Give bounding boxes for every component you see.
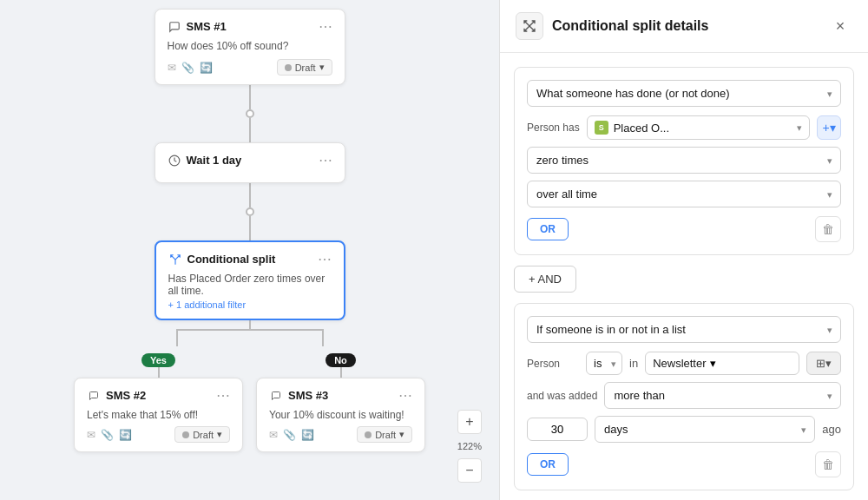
block2-number-row: days ago xyxy=(527,416,841,443)
more-than-select-wrapper[interactable]: more than xyxy=(604,382,841,409)
no-badge: No xyxy=(326,353,356,367)
panel-title: Conditional split details xyxy=(552,18,708,34)
block2-or-delete-row: OR 🗑 xyxy=(527,451,841,477)
sms2-draft-badge[interactable]: Draft ▾ xyxy=(174,426,230,443)
yes-badge: Yes xyxy=(141,353,175,367)
panel-icon xyxy=(516,12,543,40)
block1-or-delete-row: OR 🗑 xyxy=(527,216,841,242)
conditional-menu[interactable]: ⋯ xyxy=(318,251,332,267)
person-has-label: Person has xyxy=(527,122,580,134)
sms1-title: SMS #1 xyxy=(187,20,227,33)
sms2-content: Let's make that 15% off! xyxy=(87,409,230,421)
funnel-icon: ⊞▾ xyxy=(816,357,832,370)
connector-4 xyxy=(249,216,251,240)
add-filter-button[interactable]: +▾ xyxy=(817,115,841,140)
connector-3 xyxy=(249,183,251,207)
close-button[interactable]: × xyxy=(828,14,852,38)
branch-connector xyxy=(102,320,398,346)
sms2-icons: ✉📎🔄 xyxy=(87,429,132,441)
details-panel: Conditional split details × What someone… xyxy=(499,0,868,500)
sms3-menu[interactable]: ⋯ xyxy=(398,387,412,404)
newsletter-text: Newsletter xyxy=(653,357,706,370)
connector-2 xyxy=(249,118,251,142)
panel-header: Conditional split details × xyxy=(500,0,868,53)
additional-filter: + 1 additional filter xyxy=(168,299,332,310)
block2-delete-button[interactable]: 🗑 xyxy=(815,451,841,477)
is-select-wrapper[interactable]: is xyxy=(586,352,622,375)
sms1-content: How does 10% off sound? xyxy=(168,40,332,52)
block2-was-added-row: and was added more than xyxy=(527,382,841,409)
connector-dot-1 xyxy=(246,109,254,118)
sms2-title: SMS #2 xyxy=(106,389,146,402)
more-than-select[interactable]: more than xyxy=(604,382,841,409)
shopify-logo: S xyxy=(595,121,608,135)
clock-icon xyxy=(168,154,181,168)
shopify-select-text: Placed O... xyxy=(614,122,792,135)
block1-main-select-wrapper[interactable]: What someone has done (or not done) xyxy=(527,80,841,107)
block1-or-button[interactable]: OR xyxy=(527,218,569,240)
shopify-placed-select[interactable]: S Placed O... ▾ xyxy=(587,115,810,140)
sms2-icon xyxy=(87,389,101,403)
sms3-content: Your 10% discount is waiting! xyxy=(269,409,412,421)
condition-block-2: If someone is in or not in a list Person… xyxy=(514,303,854,490)
yes-branch: Yes SMS #2 ⋯ Let's make that 15% off! xyxy=(74,353,243,452)
condition-block-1: What someone has done (or not done) Pers… xyxy=(514,67,854,255)
days-select[interactable]: days xyxy=(595,416,815,443)
period-select[interactable]: over all time xyxy=(527,181,841,207)
block1-person-row: Person has S Placed O... ▾ +▾ xyxy=(527,115,841,140)
conditional-node: Conditional split ⋯ Has Placed Order zer… xyxy=(155,240,345,320)
sms-icon xyxy=(168,20,181,34)
connector-dot-2 xyxy=(246,207,254,216)
panel-body: What someone has done (or not done) Pers… xyxy=(500,53,868,500)
sms3-node: SMS #3 ⋯ Your 10% discount is waiting! ✉… xyxy=(256,378,425,452)
block1-times-row: zero times xyxy=(527,147,841,174)
funnel-button[interactable]: ⊞▾ xyxy=(806,352,841,375)
zoom-level: 122% xyxy=(457,441,482,451)
draft-dot xyxy=(285,64,292,71)
sms1-menu[interactable]: ⋯ xyxy=(319,18,332,35)
sms3-draft-badge[interactable]: Draft ▾ xyxy=(357,426,412,443)
days-select-wrapper[interactable]: days xyxy=(595,416,815,443)
block2-main-select[interactable]: If someone is in or not in a list xyxy=(527,316,841,343)
block1-main-select[interactable]: What someone has done (or not done) xyxy=(527,80,841,107)
wait-title: Wait 1 day xyxy=(187,154,242,167)
ago-label: ago xyxy=(822,423,841,436)
split-icon xyxy=(168,253,182,266)
sms1-node: SMS #1 ⋯ How does 10% off sound? ✉📎🔄 Dra… xyxy=(155,9,345,85)
sms1-icons: ✉📎🔄 xyxy=(168,62,213,74)
trash-icon-2: 🗑 xyxy=(822,457,834,471)
block2-or-button[interactable]: OR xyxy=(527,453,569,476)
sms2-menu[interactable]: ⋯ xyxy=(216,387,230,404)
block2-person-row: Person is in Newsletter ▾ ⊞▾ xyxy=(527,352,841,375)
shopify-chevron-icon: ▾ xyxy=(797,122,802,134)
plus-icon: +▾ xyxy=(822,121,835,135)
newsletter-chevron-icon: ▾ xyxy=(710,357,716,370)
was-added-label: and was added xyxy=(527,390,597,402)
person-label: Person xyxy=(527,358,579,370)
flow-canvas: SMS #1 ⋯ How does 10% off sound? ✉📎🔄 Dra… xyxy=(0,0,499,500)
period-select-wrapper[interactable]: over all time xyxy=(527,181,841,207)
conditional-title: Conditional split xyxy=(187,253,276,266)
is-select[interactable]: is xyxy=(586,352,622,375)
sms3-icon xyxy=(269,389,283,403)
sms3-title: SMS #3 xyxy=(288,389,328,402)
block1-period-row: over all time xyxy=(527,181,841,207)
and-button-1[interactable]: + AND xyxy=(514,266,576,293)
newsletter-select[interactable]: Newsletter ▾ xyxy=(645,352,799,375)
zoom-in-button[interactable]: + xyxy=(457,410,482,434)
block2-main-select-wrapper[interactable]: If someone is in or not in a list xyxy=(527,316,841,343)
no-branch: No SMS #3 ⋯ Your 10% discount is waiting… xyxy=(256,353,425,452)
wait-node: Wait 1 day ⋯ xyxy=(155,142,345,183)
branch-nodes: Yes SMS #2 ⋯ Let's make that 15% off! xyxy=(74,353,425,452)
times-select-wrapper[interactable]: zero times xyxy=(527,147,841,174)
block1-delete-button[interactable]: 🗑 xyxy=(815,216,841,242)
days-number-input[interactable] xyxy=(527,418,588,441)
sms2-node: SMS #2 ⋯ Let's make that 15% off! ✉📎🔄 Dr… xyxy=(74,378,243,452)
sms1-draft-badge[interactable]: Draft ▾ xyxy=(277,59,332,76)
times-select[interactable]: zero times xyxy=(527,147,841,174)
zoom-controls: + 122% − xyxy=(457,410,482,483)
zoom-out-button[interactable]: − xyxy=(457,458,482,483)
wait-menu[interactable]: ⋯ xyxy=(319,152,332,168)
connector-1 xyxy=(249,85,251,109)
in-label: in xyxy=(629,357,638,370)
